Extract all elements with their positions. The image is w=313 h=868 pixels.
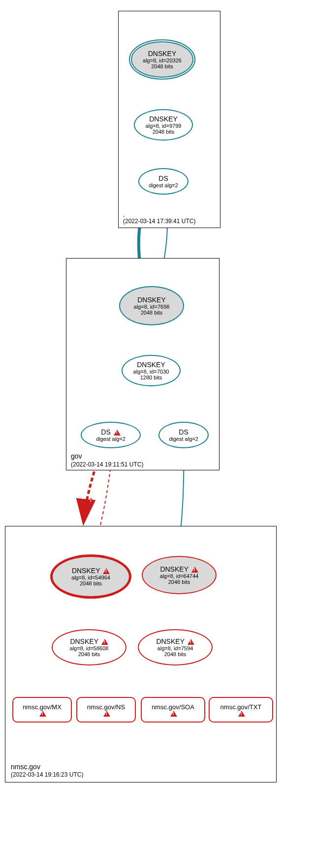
- node-line2: 1280 bits: [140, 375, 162, 380]
- node-title: DS: [101, 428, 120, 436]
- node-line1: alg=8, id=54964: [71, 575, 110, 580]
- node-title: DNSKEY: [70, 637, 108, 645]
- rrset-label: nmsc.gov/MX: [23, 703, 62, 711]
- node-gov-zsk: DNSKEY alg=8, id=7030 1280 bits: [122, 355, 181, 386]
- node-line1: digest alg=2: [96, 436, 125, 442]
- rrset-label: nmsc.gov/TXT: [220, 703, 262, 711]
- node-title: DNSKEY: [156, 637, 194, 645]
- warning-icon: [39, 711, 46, 717]
- node-line2: 2048 bits: [80, 580, 102, 586]
- node-line1: alg=8, id=20326: [143, 58, 182, 63]
- node-title: DS: [158, 174, 168, 182]
- node-line1: digest alg=2: [149, 182, 178, 188]
- zone-root-timestamp: (2022-03-14 17:39:41 UTC): [123, 218, 195, 225]
- node-nmsc-key-58608: DNSKEY alg=8, id=58608 2048 bits: [52, 629, 126, 665]
- node-title: DNSKEY: [149, 115, 178, 123]
- node-line2: 2048 bits: [141, 310, 163, 316]
- node-title: DNSKEY: [137, 296, 166, 304]
- node-line2: 2048 bits: [164, 651, 187, 657]
- rrset-ns: nmsc.gov/NS: [76, 697, 136, 723]
- node-gov-ds-warn: DS digest alg=2: [81, 422, 141, 448]
- zone-nmsc-timestamp: (2022-03-14 19:16:23 UTC): [11, 771, 83, 778]
- warning-icon: [191, 567, 198, 573]
- rrset-txt: nmsc.gov/TXT: [209, 697, 273, 723]
- node-nmsc-key-7594: DNSKEY alg=8, id=7594 2048 bits: [138, 629, 213, 665]
- node-title: DNSKEY: [72, 567, 110, 575]
- warning-icon: [101, 639, 108, 645]
- node-title: DNSKEY: [137, 361, 165, 369]
- node-line1: alg=8, id=7698: [134, 304, 170, 310]
- node-root-zsk: DNSKEY alg=8, id=9799 2048 bits: [134, 109, 193, 141]
- node-title: DNSKEY: [160, 565, 198, 573]
- node-line1: alg=8, id=7030: [133, 369, 169, 375]
- zone-gov-timestamp: (2022-03-14 19:11:51 UTC): [71, 461, 143, 468]
- node-line2: 2048 bits: [168, 579, 190, 585]
- node-line1: alg=8, id=58608: [70, 645, 109, 651]
- zone-gov-name: gov: [71, 452, 82, 460]
- node-root-ds: DS digest alg=2: [138, 168, 188, 195]
- node-line2: 2048 bits: [78, 651, 100, 657]
- rrset-label: nmsc.gov/NS: [87, 703, 125, 711]
- edge-warning-icon: [87, 495, 94, 504]
- warning-icon: [188, 639, 194, 645]
- rrset-label: nmsc.gov/SOA: [152, 703, 194, 711]
- node-title: DS: [179, 428, 188, 436]
- warning-icon: [170, 711, 177, 717]
- warning-icon: [103, 711, 110, 717]
- node-root-ksk: DNSKEY alg=8, id=20326 2048 bits: [129, 39, 195, 80]
- node-line1: alg=8, id=64744: [160, 573, 199, 579]
- node-line1: digest alg=2: [169, 436, 198, 442]
- rrset-soa: nmsc.gov/SOA: [141, 697, 205, 723]
- node-nmsc-key-64744: DNSKEY alg=8, id=64744 2048 bits: [142, 556, 217, 594]
- node-nmsc-ksk-54964: DNSKEY alg=8, id=54964 2048 bits: [50, 554, 131, 599]
- warning-icon: [114, 430, 121, 435]
- warning-icon: [238, 711, 245, 717]
- node-title: DNSKEY: [148, 50, 177, 58]
- node-line1: alg=8, id=7594: [157, 645, 193, 651]
- node-gov-ds: DS digest alg=2: [158, 422, 209, 448]
- rrset-mx: nmsc.gov/MX: [12, 697, 72, 723]
- node-line1: alg=8, id=9799: [146, 123, 182, 129]
- node-line2: 2048 bits: [151, 63, 173, 69]
- node-gov-ksk: DNSKEY alg=8, id=7698 2048 bits: [119, 286, 184, 325]
- node-line2: 2048 bits: [153, 129, 175, 135]
- warning-icon: [103, 568, 110, 574]
- zone-root-name: .: [123, 210, 125, 218]
- zone-nmsc-name: nmsc.gov: [11, 763, 40, 771]
